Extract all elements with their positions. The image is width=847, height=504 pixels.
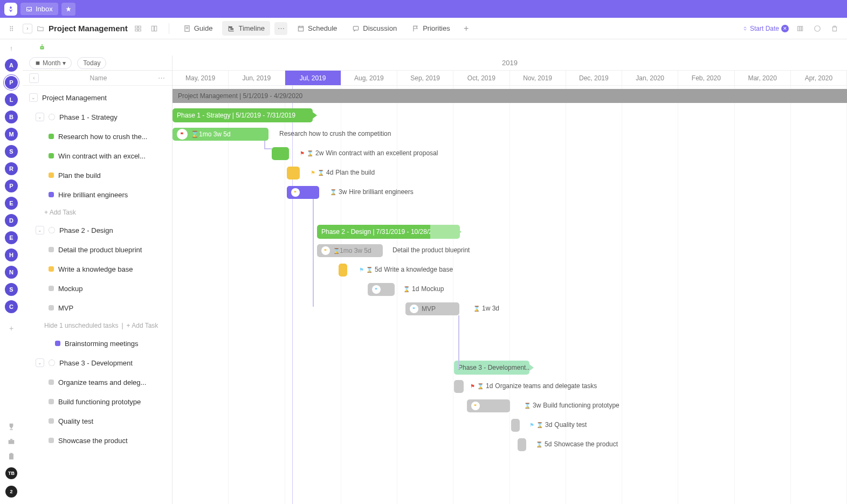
svg-point-28 [42, 47, 43, 49]
top-header: Inbox [0, 0, 847, 18]
inbox-icon [26, 6, 32, 12]
svg-point-3 [12, 27, 13, 29]
svg-point-27 [41, 47, 42, 49]
gantt-icon [228, 25, 235, 32]
avatar-rail: APLBMSRPEDEHNSC + TB 2 [0, 39, 23, 56]
svg-point-4 [10, 30, 11, 31]
delete-icon[interactable] [829, 23, 841, 34]
share-icon[interactable] [811, 23, 823, 34]
svg-rect-9 [138, 29, 141, 31]
svg-rect-7 [138, 26, 141, 28]
divider [169, 23, 169, 34]
svg-point-30 [42, 44, 43, 45]
svg-rect-6 [135, 26, 137, 28]
svg-rect-17 [298, 26, 303, 31]
svg-rect-22 [797, 26, 799, 30]
start-date-filter[interactable]: Start Date ✕ [742, 25, 789, 32]
collapse-nav-button[interactable]: › [23, 24, 32, 33]
add-view-button[interactable]: + [460, 22, 473, 35]
tab-more-button[interactable]: ⋯ [274, 22, 287, 35]
clear-filter-icon[interactable]: ✕ [781, 25, 789, 32]
svg-point-5 [12, 30, 13, 31]
columns-icon[interactable] [794, 23, 806, 34]
sort-icon [742, 26, 748, 31]
tab-priorities[interactable]: Priorities [407, 21, 456, 36]
tab-schedule[interactable]: Schedule [292, 21, 342, 36]
sub-header: › Project Management Guide Timeline ⋯ Sc… [0, 18, 847, 39]
chat-icon [352, 25, 360, 32]
folder-icon [37, 25, 44, 32]
svg-rect-26 [40, 46, 44, 50]
svg-rect-23 [800, 26, 801, 30]
svg-point-2 [10, 27, 11, 29]
star-icon [65, 6, 72, 12]
doc-icon [183, 25, 191, 32]
tab-guide[interactable]: Guide [178, 21, 218, 36]
project-title[interactable]: Project Management [49, 24, 128, 33]
star-button[interactable] [61, 3, 75, 16]
flag-icon [412, 25, 419, 32]
svg-point-25 [815, 25, 821, 31]
svg-point-0 [10, 26, 11, 27]
inbox-label: Inbox [36, 5, 53, 13]
grid-icon[interactable] [6, 23, 18, 34]
calendar-icon [297, 25, 305, 32]
svg-rect-16 [231, 29, 233, 30]
tab-timeline[interactable]: Timeline [222, 21, 270, 36]
svg-point-1 [12, 26, 13, 27]
svg-rect-21 [354, 26, 359, 30]
book-icon[interactable] [148, 23, 160, 34]
automation-icon[interactable] [38, 44, 46, 51]
tab-discussion[interactable]: Discussion [347, 21, 402, 36]
svg-rect-8 [135, 29, 137, 31]
toolbar [0, 39, 847, 56]
layout-icon[interactable] [132, 23, 144, 34]
pin-icon[interactable] [8, 46, 15, 52]
inbox-button[interactable]: Inbox [20, 3, 58, 15]
svg-rect-15 [230, 26, 232, 27]
app-logo[interactable] [4, 3, 17, 16]
svg-rect-24 [801, 26, 802, 30]
